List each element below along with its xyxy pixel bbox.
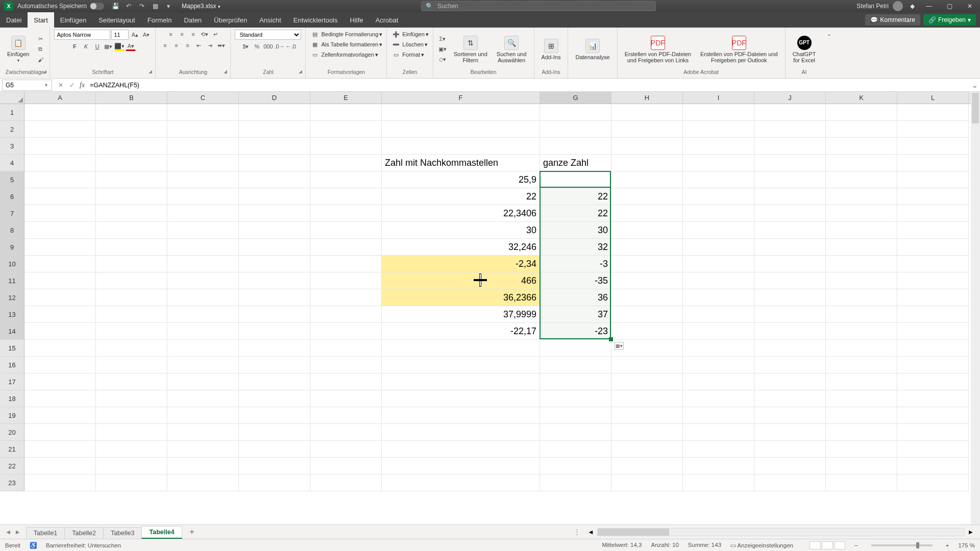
cell-A14[interactable] <box>24 323 96 340</box>
cell-L20[interactable] <box>897 424 969 441</box>
column-header-H[interactable]: H <box>611 92 683 104</box>
cell-K3[interactable] <box>826 138 897 155</box>
normal-view-icon[interactable] <box>810 541 821 549</box>
cell-G20[interactable] <box>540 424 611 441</box>
cell-G3[interactable] <box>540 138 611 155</box>
cell-I21[interactable] <box>683 441 754 458</box>
cell-B11[interactable] <box>96 272 167 289</box>
cell-B14[interactable] <box>96 323 167 340</box>
cell-F21[interactable] <box>382 441 540 458</box>
row-header-17[interactable]: 17 <box>0 373 24 390</box>
cell-L1[interactable] <box>897 104 969 121</box>
cell-H21[interactable] <box>611 441 683 458</box>
bold-icon[interactable]: F <box>69 42 80 51</box>
cell-K2[interactable] <box>826 121 897 138</box>
cell-G11[interactable]: -35 <box>540 272 611 289</box>
cell-L16[interactable] <box>897 357 969 373</box>
cell-D4[interactable] <box>239 155 310 171</box>
cell-D8[interactable] <box>239 222 310 239</box>
tab-ansicht[interactable]: Ansicht <box>253 12 287 28</box>
cell-D19[interactable] <box>239 407 310 424</box>
column-header-B[interactable]: B <box>96 92 167 104</box>
paste-button[interactable]: 📋 Einfügen ▾ <box>4 35 32 64</box>
font-color-icon[interactable]: A▾ <box>126 42 136 51</box>
vertical-scrollbar[interactable] <box>971 92 980 524</box>
cell-K20[interactable] <box>826 424 897 441</box>
row-header-3[interactable]: 3 <box>0 138 24 155</box>
cell-C9[interactable] <box>167 239 239 256</box>
cell-F20[interactable] <box>382 424 540 441</box>
conditional-formatting-button[interactable]: ▤Bedingte Formatierung ▾ <box>310 30 382 39</box>
expand-formula-bar-icon[interactable]: ⌄ <box>969 80 980 90</box>
increase-font-icon[interactable]: A▴ <box>130 30 140 39</box>
page-break-view-icon[interactable] <box>834 541 845 549</box>
cell-G8[interactable]: 30 <box>540 222 611 239</box>
cell-L9[interactable] <box>897 239 969 256</box>
sheet-nav-next-icon[interactable]: ► <box>14 529 20 536</box>
row-header-1[interactable]: 1 <box>0 104 24 121</box>
cell-D16[interactable] <box>239 357 310 373</box>
cell-L6[interactable] <box>897 188 969 205</box>
cell-H12[interactable] <box>611 289 683 306</box>
cell-H1[interactable] <box>611 104 683 121</box>
comments-button[interactable]: 💬 Kommentare <box>865 14 920 26</box>
cell-D13[interactable] <box>239 306 310 323</box>
cell-D1[interactable] <box>239 104 310 121</box>
cell-K10[interactable] <box>826 256 897 272</box>
cell-G14[interactable]: -23 <box>540 323 611 340</box>
row-header-7[interactable]: 7 <box>0 205 24 222</box>
row-header-4[interactable]: 4 <box>0 155 24 171</box>
minimize-icon[interactable]: — <box>919 3 939 10</box>
cell-C20[interactable] <box>167 424 239 441</box>
cell-H3[interactable] <box>611 138 683 155</box>
cell-J19[interactable] <box>754 407 826 424</box>
cell-L12[interactable] <box>897 289 969 306</box>
cell-C14[interactable] <box>167 323 239 340</box>
cell-D23[interactable] <box>239 474 310 491</box>
cell-K23[interactable] <box>826 474 897 491</box>
sheet-tab-tabelle2[interactable]: Tabelle2 <box>64 527 104 539</box>
cell-A10[interactable] <box>24 256 96 272</box>
tab-start[interactable]: Start <box>28 12 54 28</box>
tab-acrobat[interactable]: Acrobat <box>370 12 405 28</box>
row-header-10[interactable]: 10 <box>0 256 24 272</box>
cell-B22[interactable] <box>96 458 167 474</box>
cell-E16[interactable] <box>310 357 382 373</box>
cell-L14[interactable] <box>897 323 969 340</box>
fill-color-icon[interactable]: ⬛▾ <box>114 42 125 51</box>
row-header-5[interactable]: 5 <box>0 171 24 188</box>
cell-C1[interactable] <box>167 104 239 121</box>
cell-I5[interactable] <box>683 171 754 188</box>
decrease-indent-icon[interactable]: ⇤ <box>193 41 204 50</box>
share-button[interactable]: 🔗 Freigeben ▾ <box>923 14 976 26</box>
cell-I23[interactable] <box>683 474 754 491</box>
redo-icon[interactable]: ↷ <box>138 3 146 10</box>
row-header-20[interactable]: 20 <box>0 424 24 441</box>
cell-I20[interactable] <box>683 424 754 441</box>
cell-L11[interactable] <box>897 272 969 289</box>
row-header-16[interactable]: 16 <box>0 357 24 373</box>
cell-D9[interactable] <box>239 239 310 256</box>
format-as-table-button[interactable]: ▦Als Tabelle formatieren ▾ <box>310 40 382 49</box>
percent-format-icon[interactable]: % <box>252 42 262 51</box>
cell-E1[interactable] <box>310 104 382 121</box>
cell-C8[interactable] <box>167 222 239 239</box>
cell-L22[interactable] <box>897 458 969 474</box>
cell-A3[interactable] <box>24 138 96 155</box>
fill-handle[interactable] <box>609 337 613 341</box>
cell-F7[interactable]: 22,3406 <box>382 205 540 222</box>
cell-F19[interactable] <box>382 407 540 424</box>
tab-seitenlayout[interactable]: Seitenlayout <box>92 12 141 28</box>
align-left-icon[interactable]: ≡ <box>160 41 170 50</box>
cell-J13[interactable] <box>754 306 826 323</box>
cell-G1[interactable] <box>540 104 611 121</box>
cell-L2[interactable] <box>897 121 969 138</box>
sheet-nav-prev-icon[interactable]: ◄ <box>5 529 11 536</box>
align-right-icon[interactable]: ≡ <box>182 41 192 50</box>
cell-E5[interactable] <box>310 171 382 188</box>
wrap-text-icon[interactable]: ↵ <box>210 30 220 39</box>
cell-D20[interactable] <box>239 424 310 441</box>
fx-icon[interactable]: fx <box>78 81 87 89</box>
sheet-tab-tabelle1[interactable]: Tabelle1 <box>26 527 65 539</box>
diamond-icon[interactable]: ◆ <box>910 3 915 10</box>
